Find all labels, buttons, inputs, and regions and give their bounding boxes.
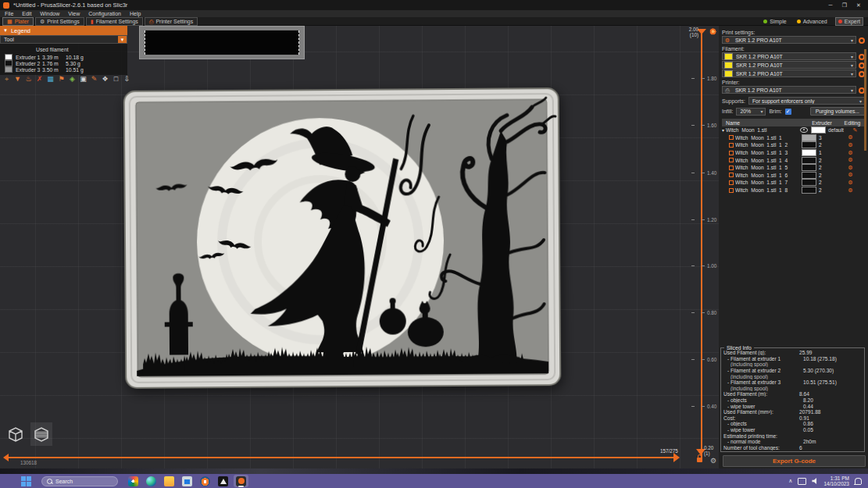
settings-gear-icon[interactable]: ⚙ — [836, 172, 865, 178]
view-type-dropdown[interactable]: Tool ▼ — [0, 35, 127, 44]
window-title: *Untitled - PrusaSlicer-2.6.1 based on S… — [13, 2, 127, 9]
layer-slider-track[interactable] — [701, 31, 702, 458]
expand-arrow-icon[interactable]: ▾ — [722, 127, 724, 133]
layer-tick: 1.60 — [691, 123, 716, 128]
wipe-tower-object[interactable] — [139, 26, 305, 59]
tray-chevron-up-icon[interactable]: ∧ — [788, 478, 792, 484]
minimize-button[interactable]: ─ — [824, 1, 837, 9]
volume-icon[interactable] — [812, 478, 818, 484]
support-paint-icon[interactable]: ✎ — [89, 74, 99, 84]
edit-object-icon[interactable]: ✎ — [845, 127, 865, 134]
taskbar-app-prusaslicer[interactable] — [234, 475, 248, 487]
pause-icon[interactable]: ▣ — [78, 74, 88, 84]
brim-checkbox[interactable]: ✓ — [785, 109, 791, 115]
start-button[interactable] — [20, 476, 32, 487]
3d-viewport[interactable]: ▼ Legend Tool ▼ Used filament Extruder 1… — [0, 26, 719, 468]
settings-gear-icon[interactable]: ⚙ — [836, 180, 865, 186]
supports-dropdown[interactable]: For support enforcers only ▾ — [748, 97, 865, 105]
delete-object-icon[interactable]: ♨ — [23, 74, 34, 84]
taskbar-app-file-explorer[interactable] — [162, 475, 177, 487]
mode-advanced[interactable]: Advanced — [795, 18, 830, 25]
object-row-parent[interactable]: ▾Witch_Moon_1.stl default ✎ — [722, 126, 865, 134]
menu-window[interactable]: Window — [40, 11, 59, 16]
editor-view-button[interactable] — [5, 422, 27, 446]
settings-gear-icon[interactable]: ⚙ — [836, 165, 865, 171]
legend-header[interactable]: ▼ Legend — [0, 26, 127, 35]
printer-dropdown[interactable]: ⎙ SKR 1.2 PRO A10T ▾ — [722, 86, 856, 94]
object-row[interactable]: Witch_Moon_1.stl_1_6 2 ⚙ — [722, 172, 865, 180]
mmu-paint-icon[interactable]: ◈ — [67, 74, 77, 84]
infill-dropdown[interactable]: 20% ▾ — [736, 108, 766, 116]
taskbar-app-affinity[interactable] — [216, 475, 230, 487]
settings-gear-icon[interactable]: ⚙ — [836, 157, 865, 163]
place-on-bed-icon[interactable]: ⇩ — [122, 74, 132, 84]
extruder-swatch[interactable] — [802, 187, 816, 194]
extruder-swatch[interactable] — [802, 164, 816, 171]
taskbar-app-photos[interactable] — [126, 475, 141, 487]
sliced-info-panel: Sliced Info Used Filament (g):25.99 - Fi… — [720, 347, 865, 452]
tab-plater[interactable]: ▦ Plater — [2, 17, 34, 26]
object-row[interactable]: Witch_Moon_1.stl_1 3 ⚙ — [722, 134, 865, 142]
tab-print-settings[interactable]: ⚙ Print Settings — [35, 17, 84, 26]
export-gcode-button[interactable]: Export G-code — [723, 455, 866, 467]
mode-simple[interactable]: Simple — [761, 18, 788, 25]
extruder-swatch[interactable] — [802, 149, 816, 156]
object-row[interactable]: Witch_Moon_1.stl_1_4 2 ⚙ — [722, 156, 865, 164]
move-slider-track[interactable] — [8, 457, 678, 458]
tab-printer-settings[interactable]: ⎙ Printer Settings — [145, 17, 198, 26]
taskbar-search[interactable]: Search — [41, 476, 118, 486]
slider-settings-gear-icon[interactable]: ⚙ — [710, 457, 716, 465]
edit-print-preset-gear-icon[interactable] — [859, 37, 865, 44]
filament-1-dropdown[interactable]: SKR 1.2 PRO A10T ▾ — [722, 52, 856, 60]
extruder-swatch[interactable] — [802, 179, 816, 186]
settings-gear-icon[interactable]: ⚙ — [836, 142, 865, 148]
lock-icon[interactable] — [697, 458, 702, 462]
object-row[interactable]: Witch_Moon_1.stl_1_7 2 ⚙ — [722, 179, 865, 187]
extruder-swatch[interactable] — [802, 134, 816, 141]
settings-gear-icon[interactable]: ⚙ — [836, 150, 865, 156]
taskbar-clock[interactable]: 1:31 PM 14/10/2023 — [823, 476, 849, 486]
menu-configuration[interactable]: Configuration — [88, 11, 121, 16]
settings-gear-icon[interactable]: ⚙ — [836, 134, 865, 141]
extruder-swatch[interactable] — [802, 172, 816, 179]
taskbar-app-store[interactable] — [180, 475, 195, 487]
seam-paint-icon[interactable]: ⚑ — [56, 74, 66, 84]
tab-filament-settings[interactable]: ▮ Filament Settings — [86, 17, 143, 26]
prusaslicer-icon — [236, 476, 246, 486]
mode-expert[interactable]: Expert — [835, 17, 863, 26]
object-row[interactable]: Witch_Moon_1.stl_1_3 1 ⚙ — [722, 149, 865, 157]
extruder-swatch[interactable] — [802, 157, 816, 164]
print-settings-dropdown[interactable]: ⚙ SKR 1.2 PRO A10T ▾ — [722, 36, 856, 44]
move-slider-left-handle[interactable] — [3, 454, 9, 461]
object-row[interactable]: Witch_Moon_1.stl_1_8 2 ⚙ — [722, 187, 865, 194]
notifications-bell-icon[interactable] — [855, 478, 862, 484]
maximize-button[interactable]: ❐ — [838, 1, 851, 9]
filament-2-dropdown[interactable]: SKR 1.2 PRO A10T ▾ — [722, 61, 856, 69]
move-tool-icon[interactable]: ⌖ — [2, 74, 12, 84]
object-row[interactable]: Witch_Moon_1.stl_1_2 2 ⚙ — [722, 141, 865, 149]
taskbar-app-edge[interactable] — [144, 475, 159, 487]
split-icon[interactable]: ❖ — [100, 74, 110, 84]
menu-file[interactable]: File — [5, 11, 13, 16]
menu-help[interactable]: Help — [130, 11, 141, 16]
preview-view-button[interactable] — [30, 422, 52, 446]
witch-moon-model[interactable] — [123, 87, 563, 391]
menu-edit[interactable]: Edit — [22, 11, 31, 16]
display-icon[interactable] — [798, 478, 806, 485]
extruder-swatch[interactable] — [802, 141, 816, 148]
purging-volumes-button[interactable]: Purging volumes... — [810, 107, 865, 116]
arrange-icon[interactable]: ▦ — [45, 74, 55, 84]
taskbar-app-blender[interactable] — [198, 475, 213, 487]
extruder-swatch[interactable] — [811, 126, 826, 134]
filament-3-dropdown[interactable]: SKR 1.2 PRO A10T ▾ — [722, 69, 856, 77]
delete-all-icon[interactable]: ✗ — [34, 74, 45, 84]
move-slider-right-handle[interactable] — [673, 453, 680, 462]
settings-gear-icon[interactable]: ⚙ — [836, 187, 865, 194]
object-row[interactable]: Witch_Moon_1.stl_1_5 2 ⚙ — [722, 164, 865, 172]
sidebar-scrollbar[interactable] — [864, 49, 866, 151]
close-button[interactable]: ✕ — [852, 1, 865, 9]
menu-view[interactable]: View — [68, 11, 80, 16]
add-object-icon[interactable]: ▼ — [13, 74, 23, 84]
cube-icon[interactable]: □ — [111, 74, 121, 84]
visibility-eye-icon[interactable] — [800, 127, 808, 133]
